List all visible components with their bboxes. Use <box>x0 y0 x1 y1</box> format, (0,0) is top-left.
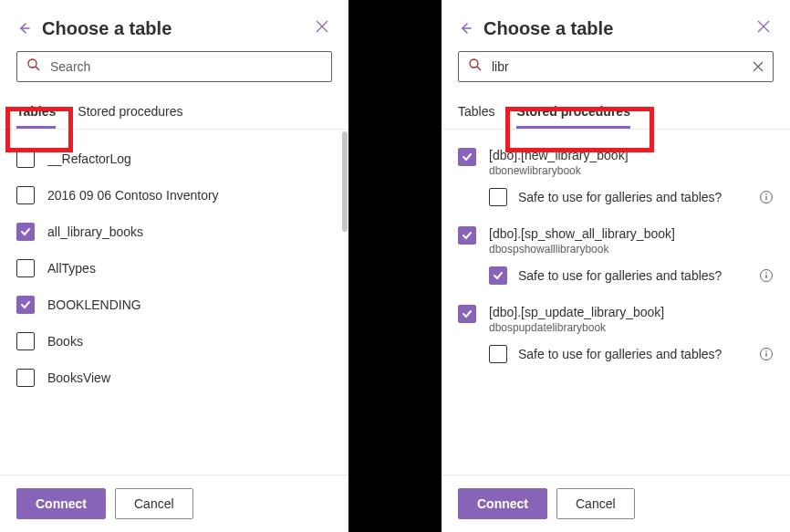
table-row[interactable]: BooksView <box>0 360 348 396</box>
table-label: __RefactorLog <box>47 151 131 166</box>
safe-checkbox[interactable] <box>489 345 507 363</box>
tabs-row: Tables Stored procedures <box>0 95 348 130</box>
panel-gap <box>348 0 442 532</box>
checkbox[interactable] <box>16 259 35 277</box>
stored-procedure-row[interactable]: [dbo].[sp_show_all_library_book]dbospsho… <box>442 219 790 259</box>
search-container <box>0 51 348 91</box>
svg-point-3 <box>765 193 767 195</box>
sp-titles: [dbo].[sp_update_library_book]dbospupdat… <box>489 305 664 334</box>
connect-button[interactable]: Connect <box>458 488 547 519</box>
table-row[interactable]: __RefactorLog <box>0 141 348 177</box>
tables-list[interactable]: __RefactorLog2016 09 06 Contoso Inventor… <box>0 130 348 475</box>
safe-option-row: Safe to use for galleries and tables? <box>442 259 790 297</box>
table-chooser-panel-right: Choose a table Tables Stored procedures … <box>442 0 790 532</box>
svg-point-1 <box>470 59 478 68</box>
sp-titles: [dbo].[new_library_book]dbonewlibraryboo… <box>489 148 629 177</box>
sp-titles: [dbo].[sp_show_all_library_book]dbospsho… <box>489 226 675 256</box>
connect-button[interactable]: Connect <box>16 488 106 519</box>
info-icon[interactable] <box>759 268 774 283</box>
table-label: all_library_books <box>47 224 143 239</box>
search-box[interactable] <box>458 51 774 82</box>
table-label: 2016 09 06 Contoso Inventory <box>47 188 219 203</box>
sp-subname: dbospupdatelibrarybook <box>489 321 664 334</box>
panel-header: Choose a table <box>0 0 348 51</box>
safe-label: Safe to use for galleries and tables? <box>518 190 748 204</box>
info-icon[interactable] <box>759 190 774 204</box>
safe-checkbox[interactable] <box>489 188 507 206</box>
panel-title: Choose a table <box>42 18 301 39</box>
sp-name: [dbo].[sp_update_library_book] <box>489 305 664 319</box>
svg-point-0 <box>28 59 36 68</box>
sp-subname: dbonewlibrarybook <box>489 164 629 177</box>
sp-name: [dbo].[sp_show_all_library_book] <box>489 226 675 241</box>
stored-procedure-row[interactable]: [dbo].[new_library_book]dbonewlibraryboo… <box>442 141 790 181</box>
checkbox[interactable] <box>16 296 35 314</box>
tab-stored-procedures[interactable]: Stored procedures <box>78 95 182 129</box>
cancel-button[interactable]: Cancel <box>556 488 635 519</box>
safe-label: Safe to use for galleries and tables? <box>518 268 748 283</box>
checkbox[interactable] <box>16 332 35 350</box>
checkbox[interactable] <box>16 186 35 204</box>
search-container <box>442 51 790 91</box>
panel-header: Choose a table <box>442 0 790 51</box>
search-box[interactable] <box>16 51 332 82</box>
tabs-row: Tables Stored procedures <box>442 95 790 130</box>
search-icon <box>26 57 41 76</box>
search-icon <box>468 57 483 76</box>
table-chooser-panel-left: Choose a table Tables Stored procedures … <box>0 0 348 532</box>
safe-option-row: Safe to use for galleries and tables? <box>442 338 790 376</box>
svg-point-5 <box>765 272 767 274</box>
back-button[interactable] <box>458 21 473 36</box>
checkbox[interactable] <box>458 148 476 166</box>
table-row[interactable]: all_library_books <box>0 214 348 250</box>
tab-stored-procedures[interactable]: Stored procedures <box>516 95 629 129</box>
panel-title: Choose a table <box>483 18 743 39</box>
close-button[interactable] <box>754 16 774 40</box>
table-label: BOOKLENDING <box>47 297 141 312</box>
safe-option-row: Safe to use for galleries and tables? <box>442 181 790 219</box>
table-label: BooksView <box>47 370 110 385</box>
table-label: AllTypes <box>47 261 96 276</box>
safe-label: Safe to use for galleries and tables? <box>518 347 748 361</box>
table-row[interactable]: AllTypes <box>0 250 348 287</box>
back-button[interactable] <box>16 21 31 36</box>
checkbox[interactable] <box>16 223 35 241</box>
table-row[interactable]: Books <box>0 323 348 360</box>
panel-footer: Connect Cancel <box>0 475 348 532</box>
panel-footer: Connect Cancel <box>442 475 790 532</box>
table-label: Books <box>47 334 83 349</box>
search-input[interactable] <box>50 59 322 74</box>
search-input[interactable] <box>492 59 743 74</box>
stored-procedure-row[interactable]: [dbo].[sp_update_library_book]dbospupdat… <box>442 297 790 338</box>
sp-name: [dbo].[new_library_book] <box>489 148 629 162</box>
safe-checkbox[interactable] <box>489 266 507 285</box>
tab-tables[interactable]: Tables <box>458 95 494 129</box>
checkbox[interactable] <box>16 150 35 168</box>
tab-tables[interactable]: Tables <box>16 95 56 129</box>
table-row[interactable]: 2016 09 06 Contoso Inventory <box>0 177 348 214</box>
checkbox[interactable] <box>458 305 476 323</box>
stored-procedures-list[interactable]: [dbo].[new_library_book]dbonewlibraryboo… <box>442 130 790 475</box>
table-row[interactable]: BOOKLENDING <box>0 287 348 323</box>
clear-search-icon[interactable] <box>753 61 764 72</box>
checkbox[interactable] <box>458 226 476 245</box>
svg-point-7 <box>765 350 767 352</box>
close-button[interactable] <box>312 16 332 40</box>
scrollbar[interactable] <box>342 131 348 232</box>
cancel-button[interactable]: Cancel <box>115 488 193 519</box>
info-icon[interactable] <box>759 347 774 361</box>
checkbox[interactable] <box>16 369 35 387</box>
sp-subname: dbospshowalllibrarybook <box>489 243 675 256</box>
